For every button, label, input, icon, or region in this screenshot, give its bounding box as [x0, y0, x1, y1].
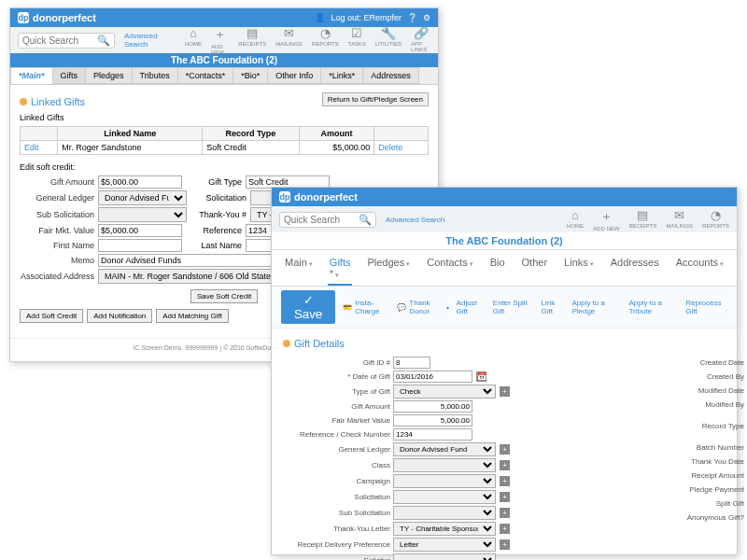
gift-toolbar: ✓ Save 💳Insta-Charge 💬Thank Donor▾ Adjus… — [272, 287, 737, 329]
add-notification-button[interactable]: Add Notification — [87, 309, 152, 323]
nav-mailings[interactable]: ✉MAILINGS — [666, 208, 693, 231]
delete-link[interactable]: Delete — [378, 143, 402, 152]
search-icon[interactable]: 🔍 — [359, 214, 372, 226]
window-gift-details: dp donorperfect 🔍 Advanced Search ⌂HOME … — [271, 187, 738, 555]
record-tabs: Main▾ Gifts *▾ Pledges▾ Contacts▾ Bio Ot… — [272, 250, 737, 287]
reprocess-gift-button[interactable]: Reprocess Gift — [685, 299, 727, 315]
plus-icon[interactable]: + — [500, 476, 510, 486]
gl-select[interactable]: Donor Advised Fund — [98, 190, 187, 205]
edit-link[interactable]: Edit — [24, 143, 39, 152]
tab-accounts[interactable]: Accounts▾ — [674, 254, 726, 286]
tab-pledges[interactable]: Pledges — [85, 67, 133, 84]
plus-icon[interactable]: + — [500, 492, 510, 502]
tab-addresses[interactable]: Addresses — [609, 254, 661, 286]
tab-addresses[interactable]: Addresses — [362, 67, 419, 84]
tab-links[interactable]: *Links* — [320, 67, 363, 84]
nav-mailings[interactable]: ✉MAILINGS — [275, 26, 303, 55]
tab-contacts[interactable]: Contacts▾ — [425, 254, 474, 286]
advanced-search-link[interactable]: Advanced Search — [124, 32, 179, 49]
search-input[interactable] — [284, 215, 359, 225]
tasks-icon: ☑ — [351, 26, 362, 40]
fmv-input[interactable] — [98, 224, 182, 237]
gift-amount-input[interactable] — [98, 175, 182, 189]
nav-receipts[interactable]: ▤RECEIPTS — [238, 26, 266, 55]
section-dot-icon — [20, 98, 27, 105]
tab-bio[interactable]: Bio — [488, 254, 507, 286]
brand-text: donorperfect — [294, 191, 358, 203]
advanced-search-link[interactable]: Advanced Search — [386, 216, 444, 224]
tab-other[interactable]: Other — [520, 254, 550, 286]
plus-icon[interactable]: + — [500, 524, 510, 534]
thank-donor-button[interactable]: 💬Thank Donor▾ — [397, 299, 448, 315]
plus-icon[interactable]: + — [500, 508, 510, 518]
date-of-gift-input[interactable] — [393, 371, 472, 383]
gl-select[interactable]: Donor Advised Fund — [393, 442, 496, 456]
insta-charge-button[interactable]: 💳Insta-Charge — [343, 299, 389, 315]
nav-applinks[interactable]: 🔗APP LINKS — [411, 26, 430, 55]
plus-icon: ＋ — [600, 208, 613, 225]
plus-icon[interactable]: + — [500, 539, 510, 550]
apply-tribute-button[interactable]: Apply to a Tribute — [628, 299, 678, 315]
receipt-icon: ▤ — [637, 208, 648, 222]
section-dot-icon — [283, 340, 290, 347]
plus-icon: ＋ — [214, 26, 226, 43]
fmv-input[interactable] — [393, 414, 472, 427]
gear-icon[interactable]: ⚙ — [423, 13, 430, 22]
first-name-input[interactable] — [98, 239, 182, 252]
subsol-select[interactable] — [98, 207, 187, 222]
solicitation-select[interactable] — [393, 490, 496, 504]
tab-gifts[interactable]: Gifts *▾ — [328, 254, 353, 286]
return-button[interactable]: Return to Gift/Pledge Screen — [322, 92, 429, 106]
plus-icon[interactable]: + — [500, 386, 510, 397]
tab-contacts[interactable]: *Contacts* — [177, 67, 234, 84]
topbar: dp donorperfect — [272, 188, 737, 206]
ref-check-input[interactable] — [393, 428, 472, 441]
nav-reports[interactable]: ◔REPORTS — [702, 208, 729, 231]
save-soft-credit-button[interactable]: Save Soft Credit — [190, 289, 258, 303]
search-row: 🔍 Advanced Search ⌂HOME ＋ADD NEW ▤RECEIP… — [10, 27, 438, 53]
tab-links[interactable]: Links▾ — [562, 254, 596, 286]
nav-addnew[interactable]: ＋ADD NEW — [211, 26, 229, 55]
calendar-icon[interactable]: 📅 — [476, 371, 486, 382]
help-icon[interactable]: ❔ — [407, 13, 417, 22]
logout-link[interactable]: Log out: ERempfer — [331, 13, 402, 22]
nav-addnew[interactable]: ＋ADD NEW — [593, 208, 619, 231]
gift-amount-input[interactable] — [393, 400, 472, 413]
nav-home[interactable]: ⌂HOME — [567, 208, 584, 231]
sub-solicitation-select[interactable] — [393, 506, 496, 520]
add-matching-gift-button[interactable]: Add Matching Gift — [156, 309, 229, 323]
add-soft-credit-button[interactable]: Add Soft Credit — [20, 309, 83, 323]
ty-letter-select[interactable]: TY - Charitable Sponsor — [393, 522, 496, 536]
nav-utilities[interactable]: 🔧UTILITIES — [375, 26, 402, 55]
tab-pledges[interactable]: Pledges▾ — [365, 254, 412, 286]
tab-main[interactable]: *Main* — [10, 67, 53, 84]
logo-icon: dp — [18, 12, 29, 23]
adjust-gift-button[interactable]: Adjust Gift — [457, 299, 486, 315]
quick-search[interactable]: 🔍 — [18, 33, 115, 49]
tab-bio[interactable]: *Bio* — [233, 67, 268, 84]
tab-otherinfo[interactable]: Other Info — [267, 67, 321, 84]
plus-icon[interactable]: + — [500, 444, 510, 455]
nav-home[interactable]: ⌂HOME — [185, 26, 202, 55]
receipt-delivery-select[interactable]: Letter — [393, 538, 496, 552]
save-button[interactable]: ✓ Save — [281, 290, 335, 324]
search-icon[interactable]: 🔍 — [97, 35, 110, 47]
gift-id-input[interactable] — [393, 357, 430, 369]
nav-receipts[interactable]: ▤RECEIPTS — [628, 208, 656, 231]
nav-reports[interactable]: ◔REPORTS — [312, 26, 339, 55]
link-gift-button[interactable]: Link Gift — [542, 299, 565, 315]
enter-split-gift-button[interactable]: Enter Split Gift — [493, 299, 534, 315]
campaign-select[interactable] — [393, 474, 496, 488]
nav-tasks[interactable]: ☑TASKS — [348, 26, 366, 55]
solicitor-select[interactable] — [393, 553, 496, 560]
tab-main[interactable]: Main▾ — [283, 254, 315, 286]
class-select[interactable] — [393, 458, 496, 472]
tab-tributes[interactable]: Tributes — [132, 67, 178, 84]
apply-pledge-button[interactable]: Apply to a Pledge — [571, 299, 621, 315]
type-of-gift-select[interactable]: Check — [393, 385, 496, 399]
search-input[interactable] — [22, 35, 97, 46]
quick-search[interactable]: 🔍 — [279, 212, 376, 228]
tab-gifts[interactable]: Gifts — [52, 67, 87, 84]
memo-input[interactable] — [98, 254, 285, 267]
plus-icon[interactable]: + — [500, 460, 510, 470]
